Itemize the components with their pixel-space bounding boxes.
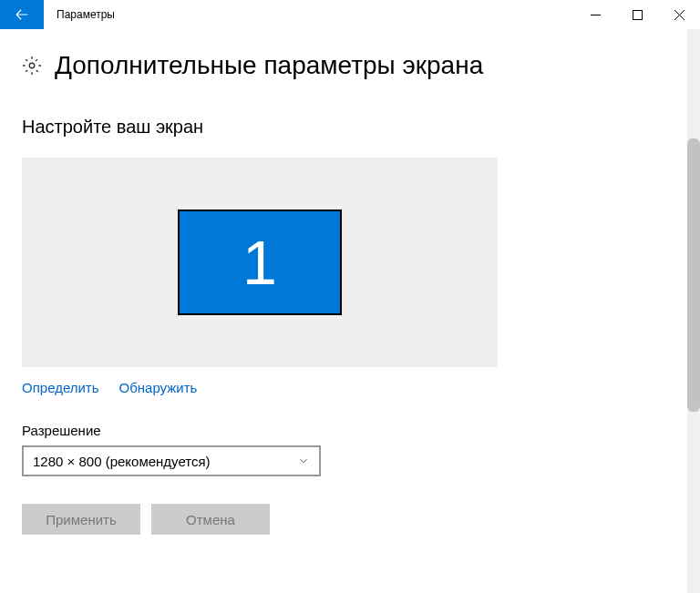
close-icon: [674, 10, 685, 20]
scrollbar-track[interactable]: [687, 29, 700, 593]
svg-rect-0: [633, 10, 642, 19]
gear-icon: [22, 56, 42, 76]
titlebar: Параметры: [0, 0, 700, 29]
minimize-button[interactable]: [574, 0, 616, 29]
monitor-label: 1: [242, 227, 277, 298]
window-title: Параметры: [57, 8, 115, 21]
scrollbar-thumb[interactable]: [687, 138, 700, 412]
content-area: Дополнительные параметры экрана Настройт…: [0, 29, 700, 535]
display-links: Определить Обнаружить: [22, 380, 678, 395]
page-header: Дополнительные параметры экрана: [22, 51, 678, 80]
back-button[interactable]: [0, 0, 44, 29]
close-button[interactable]: [658, 0, 700, 29]
monitor-tile-1[interactable]: 1: [178, 210, 342, 315]
resolution-value: 1280 × 800 (рекомендуется): [33, 454, 211, 469]
page-title: Дополнительные параметры экрана: [55, 51, 483, 80]
button-row: Применить Отмена: [22, 504, 678, 535]
identify-link[interactable]: Определить: [22, 380, 99, 395]
cancel-button[interactable]: Отмена: [151, 504, 270, 535]
minimize-icon: [591, 10, 601, 20]
section-title: Настройте ваш экран: [22, 117, 678, 138]
display-arrangement-area[interactable]: 1: [22, 158, 498, 367]
apply-button[interactable]: Применить: [22, 504, 140, 535]
chevron-down-icon: [297, 455, 310, 467]
resolution-select[interactable]: 1280 × 800 (рекомендуется): [22, 445, 321, 476]
window-controls: [574, 0, 700, 29]
svg-point-1: [29, 63, 35, 68]
arrow-left-icon: [14, 6, 30, 23]
detect-link[interactable]: Обнаружить: [119, 380, 198, 395]
resolution-label: Разрешение: [22, 423, 678, 438]
maximize-button[interactable]: [616, 0, 658, 29]
maximize-icon: [633, 10, 643, 20]
